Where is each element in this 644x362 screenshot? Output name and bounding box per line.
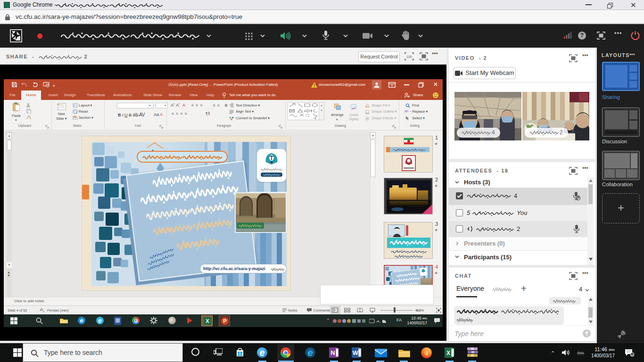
svg-text:10: 10 — [631, 354, 634, 356]
svg-text:X: X — [206, 318, 209, 324]
svg-text:X: X — [446, 350, 450, 356]
svg-text:100: 100 — [406, 55, 413, 59]
svg-text:N: N — [330, 349, 335, 356]
svg-text:W: W — [353, 349, 359, 356]
